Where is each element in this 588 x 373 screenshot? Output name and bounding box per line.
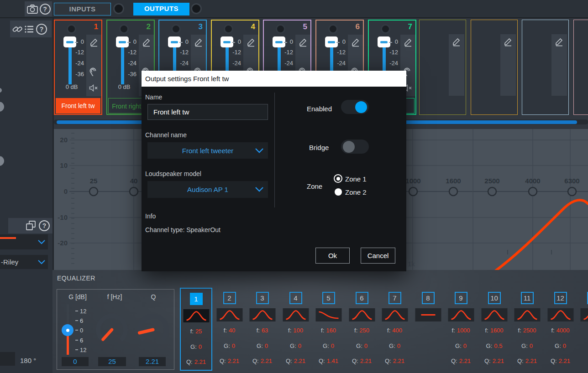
edit-icon[interactable] xyxy=(246,37,256,47)
eq-band-8[interactable]: 8 xyxy=(412,288,444,371)
ok-button[interactable]: Ok xyxy=(315,248,350,264)
list-icon[interactable] xyxy=(24,24,34,34)
zone-1-radio[interactable] xyxy=(334,174,342,183)
eq-band-bell-icon xyxy=(547,308,573,321)
partial-knob[interactable] xyxy=(0,88,2,93)
q-value-field[interactable]: 2.21 xyxy=(139,357,166,366)
eq-band-6[interactable]: 6 f:250 G:0 Q:2.21 xyxy=(346,288,378,371)
eq-band-bell-icon xyxy=(349,308,375,321)
frequency-value-field[interactable]: 25 xyxy=(98,357,126,366)
eq-band-7[interactable]: 7 f:400 G:0 Q:2.21 xyxy=(378,288,411,371)
edit-icon[interactable] xyxy=(403,37,413,47)
eq-band-number[interactable]: 9 xyxy=(455,292,467,304)
channel-name-label[interactable]: Front left tw xyxy=(56,98,100,114)
eq-band-number[interactable]: 4 xyxy=(289,292,302,304)
q-knob[interactable] xyxy=(135,311,171,348)
channel-name-dropdown[interactable]: Front left tweeter xyxy=(147,142,268,159)
eq-band-number[interactable]: 8 xyxy=(422,292,435,304)
bridge-label: Bridge xyxy=(309,144,329,151)
edit-icon[interactable] xyxy=(503,36,513,47)
name-input[interactable] xyxy=(147,104,268,120)
zone-2-radio[interactable] xyxy=(335,188,342,196)
edit-icon[interactable] xyxy=(351,37,361,47)
output-channel-strip-empty-10[interactable] xyxy=(522,20,569,115)
outputs-knob[interactable] xyxy=(191,3,202,14)
edit-icon[interactable] xyxy=(554,36,564,47)
output-channel-strip-empty-8[interactable] xyxy=(419,20,466,115)
gain-tick-label: 6 xyxy=(80,337,83,344)
mute-icon[interactable] xyxy=(89,84,98,92)
equalizer-section: EQUALIZER G [dB] f [Hz] Q 12 6 0 6 12 xyxy=(52,270,588,373)
channel-knob[interactable] xyxy=(119,24,129,34)
edit-icon[interactable] xyxy=(142,37,152,47)
eq-band-1[interactable]: 1 f:25 G:0 Q:2.21 xyxy=(180,288,212,371)
eq-band-number[interactable]: 7 xyxy=(388,292,401,304)
camera-icon[interactable] xyxy=(26,3,38,15)
eq-band-number[interactable]: 5 xyxy=(322,292,335,304)
phase-value-field[interactable] xyxy=(0,352,15,366)
channel-icon-column xyxy=(500,34,516,96)
eq-band-5[interactable]: 5 f:160 G:0 Q:1.41 xyxy=(312,288,345,371)
eq-point-handle[interactable] xyxy=(568,187,576,196)
edit-icon[interactable] xyxy=(452,36,462,47)
eq-band-number[interactable]: 2 xyxy=(223,292,236,304)
help-icon[interactable]: ? xyxy=(40,4,51,15)
tab-inputs[interactable]: INPUTS xyxy=(54,3,111,16)
eq-point-handle[interactable] xyxy=(449,187,457,196)
output-channel-strip-empty-11[interactable] xyxy=(573,20,588,115)
eq-point-handle[interactable] xyxy=(89,187,98,196)
eq-band-number[interactable]: 3 xyxy=(256,292,269,304)
cancel-button[interactable]: Cancel xyxy=(361,248,395,264)
eq-band-4[interactable]: 4 f:100 G:0 Q:2.21 xyxy=(279,288,312,371)
eq-band-2[interactable]: 2 f:40 G:0 Q:2.21 xyxy=(213,288,246,371)
eq-point-handle[interactable] xyxy=(130,187,138,196)
eq-point-handle[interactable] xyxy=(488,187,496,196)
eq-band-12[interactable]: 12 f:4000 G:0 Q:2.21 xyxy=(544,288,577,371)
channel-number: 6 xyxy=(356,22,360,31)
partial-knob[interactable] xyxy=(0,156,4,166)
edit-icon[interactable] xyxy=(298,37,308,47)
inputs-knob[interactable] xyxy=(113,3,124,14)
eq-band-10[interactable]: 10 f:1600 G:0.5 Q:2.21 xyxy=(478,288,510,371)
chevron-down-icon xyxy=(255,148,263,153)
edit-icon[interactable] xyxy=(89,37,99,47)
eq-band-3[interactable]: 3 f:63 G:0 Q:2.21 xyxy=(246,288,278,371)
channel-knob[interactable] xyxy=(224,24,233,34)
eq-band-number[interactable]: 6 xyxy=(356,292,368,304)
freq-label: 1000 xyxy=(405,177,420,185)
edit-icon[interactable] xyxy=(194,37,204,47)
eq-band-13[interactable]: 13 f: G: Q: xyxy=(577,288,588,371)
eq-band-number[interactable]: 12 xyxy=(554,292,567,304)
info-label: Info xyxy=(145,212,156,220)
eq-band-number[interactable]: 10 xyxy=(488,292,501,304)
channel-knob[interactable] xyxy=(171,24,181,34)
eq-band-9[interactable]: 9 f:1000 G:0 Q:2.21 xyxy=(445,288,477,371)
eq-band-number[interactable]: 11 xyxy=(521,292,534,304)
gain-slider-handle[interactable] xyxy=(62,324,74,336)
loudspeaker-model-dropdown[interactable]: Audison AP 1 xyxy=(147,181,268,198)
eq-band-11[interactable]: 11 f:2500 G:0 Q:2.21 xyxy=(511,288,543,371)
filter-curve-dropdown[interactable] xyxy=(0,234,48,249)
channel-knob[interactable] xyxy=(67,24,76,34)
listen-icon[interactable] xyxy=(89,67,98,78)
copy-icon[interactable] xyxy=(26,220,37,231)
output-channel-strip-empty-9[interactable] xyxy=(471,20,518,115)
eq-point-handle[interactable] xyxy=(529,187,537,196)
help-icon[interactable]: ? xyxy=(36,24,47,35)
eq-point-handle[interactable] xyxy=(409,187,417,196)
gain-value-field[interactable]: 0 xyxy=(62,357,89,366)
crossover-type-dropdown[interactable]: -Riley xyxy=(0,255,48,269)
bridge-toggle[interactable] xyxy=(341,140,369,154)
enabled-toggle[interactable] xyxy=(341,100,369,114)
channel-knob[interactable] xyxy=(276,24,285,34)
link-icon[interactable] xyxy=(12,24,22,34)
eq-band-number[interactable]: 1 xyxy=(190,293,203,305)
channel-knob[interactable] xyxy=(328,24,338,34)
channel-knob[interactable] xyxy=(381,24,390,34)
help-icon[interactable]: ? xyxy=(39,220,50,231)
output-channel-strip-1[interactable]: 1 0 -12 -24 -36 0 dB Front xyxy=(54,20,102,115)
y-tick-label: 20 xyxy=(60,136,68,144)
tab-outputs[interactable]: OUTPUTS xyxy=(133,3,189,16)
partial-knob[interactable] xyxy=(0,102,4,112)
frequency-knob[interactable] xyxy=(94,311,130,348)
